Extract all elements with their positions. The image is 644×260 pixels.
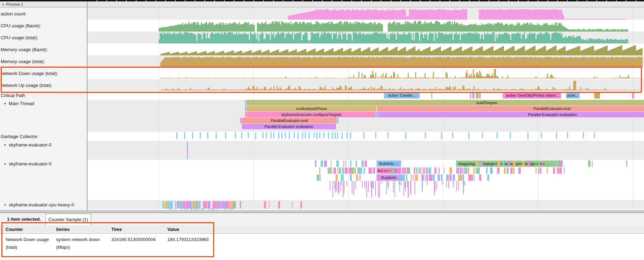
trace-sliver[interactable]: [233, 201, 236, 208]
gc-event-tick[interactable]: [200, 132, 201, 138]
trace-sliver[interactable]: [479, 175, 481, 181]
trace-sliver[interactable]: [556, 160, 558, 167]
trace-sliver[interactable]: [536, 167, 537, 174]
counter-histogram-mem-total[interactable]: [88, 56, 644, 67]
trace-sliver[interactable]: [438, 175, 440, 181]
sidebar-item-memory-usage-bazel[interactable]: Memory usage (Bazel):: [0, 43, 87, 55]
critical-path-slice[interactable]: action 'GenObjcProtos video/...: [504, 92, 561, 98]
trace-sliver[interactable]: [402, 167, 404, 174]
sidebar-item-garbage-collector[interactable]: Garbage Collector: [0, 132, 87, 141]
trace-sliver[interactable]: [592, 160, 593, 167]
trace-sliver[interactable]: [404, 167, 406, 174]
trace-sliver[interactable]: [504, 167, 506, 174]
counter-histogram-net-up[interactable]: [88, 80, 644, 90]
gc-event-tick[interactable]: [192, 132, 193, 139]
gc-event-tick[interactable]: [342, 132, 343, 139]
critical-path-slice[interactable]: actio...: [566, 92, 580, 98]
gc-event-tick[interactable]: [332, 132, 333, 139]
timeline-canvas[interactable]: action 'Creatin...action 'GenObjcProtos …: [88, 7, 644, 210]
trace-sliver[interactable]: [197, 201, 198, 208]
trace-sliver[interactable]: [428, 167, 431, 174]
trace-sliver[interactable]: [364, 167, 365, 174]
critical-path-sliver[interactable]: [503, 92, 504, 98]
trace-sliver[interactable]: [545, 160, 547, 167]
trace-sliver[interactable]: [557, 167, 559, 174]
trace-sliver[interactable]: [588, 160, 590, 167]
trace-sliver[interactable]: [468, 167, 469, 174]
gc-event-tick[interactable]: [346, 132, 348, 138]
evaluator-slice[interactable]: BuildInfo ...: [377, 160, 401, 167]
trace-sliver[interactable]: [540, 167, 541, 174]
gc-event-tick[interactable]: [350, 132, 351, 139]
trace-sliver[interactable]: [191, 201, 192, 208]
gc-event-tick[interactable]: [328, 132, 329, 139]
trace-sliver[interactable]: [359, 175, 360, 181]
gc-event-tick[interactable]: [285, 132, 286, 138]
gc-event-tick[interactable]: [294, 132, 295, 138]
gc-event-tick[interactable]: [452, 132, 453, 138]
trace-sliver[interactable]: [206, 201, 207, 208]
sidebar-item-skyframe-evaluator-cpu-heavy-0[interactable]: ▾skyframe-evaluator-cpu-heavy-0: [0, 200, 87, 209]
trace-sliver[interactable]: [497, 160, 500, 167]
trace-sliver[interactable]: [510, 167, 512, 174]
gc-event-tick[interactable]: [248, 132, 249, 138]
trace-sliver[interactable]: [462, 175, 464, 181]
sidebar-item-action-count[interactable]: action count:: [0, 8, 87, 20]
gc-event-tick[interactable]: [319, 132, 320, 138]
gc-event-tick[interactable]: [510, 132, 511, 139]
gc-event-tick[interactable]: [266, 132, 267, 138]
trace-sliver[interactable]: [495, 160, 495, 167]
trace-sliver[interactable]: [419, 167, 421, 174]
trace-sliver[interactable]: [478, 167, 480, 174]
expand-triangle-icon[interactable]: ▾: [4, 203, 6, 207]
trace-sliver[interactable]: [345, 160, 346, 167]
sidebar-item-cpu-usage-bazel[interactable]: CPU usage (Bazel):: [0, 20, 87, 32]
trace-sliver[interactable]: [518, 167, 521, 174]
trace-sliver[interactable]: [513, 167, 514, 174]
gc-event-tick[interactable]: [567, 132, 568, 138]
trace-sliver[interactable]: [449, 175, 451, 181]
sidebar-item-network-down-usage-total[interactable]: Network Down usage (total):: [0, 67, 87, 79]
trace-sliver[interactable]: [542, 160, 543, 167]
trace-sliver[interactable]: [528, 160, 530, 167]
trace-sliver[interactable]: [170, 201, 173, 208]
trace-sliver[interactable]: [331, 160, 331, 167]
trace-sliver[interactable]: [219, 201, 221, 208]
trace-sliver[interactable]: [449, 167, 452, 174]
trace-sliver[interactable]: [416, 167, 417, 174]
track-row-background[interactable]: [88, 141, 644, 160]
counter-histogram-net-down[interactable]: [88, 68, 644, 78]
panel-splitter-handle[interactable]: [0, 210, 644, 213]
trace-sliver[interactable]: [319, 167, 320, 174]
trace-sliver[interactable]: [453, 175, 455, 181]
trace-sliver[interactable]: [203, 201, 206, 208]
trace-sliver[interactable]: [337, 167, 338, 174]
critical-path-sliver[interactable]: [470, 92, 471, 98]
trace-sliver[interactable]: [164, 201, 165, 208]
gc-event-tick[interactable]: [468, 132, 469, 139]
trace-sliver[interactable]: [362, 160, 364, 167]
main-thread-slice[interactable]: buildTargets: [246, 100, 644, 105]
trace-sliver[interactable]: [264, 201, 266, 208]
trace-sliver[interactable]: [513, 160, 516, 167]
trace-sliver[interactable]: [522, 160, 525, 167]
trace-sliver[interactable]: [433, 175, 435, 181]
trace-sliver[interactable]: [240, 201, 241, 208]
trace-sliver[interactable]: [350, 175, 352, 181]
trace-sliver[interactable]: [473, 167, 475, 174]
tab-counter-sample[interactable]: Counter Sample (1): [46, 214, 91, 225]
trace-sliver[interactable]: [481, 160, 483, 167]
expand-triangle-icon[interactable]: ▾: [4, 162, 6, 166]
trace-sliver[interactable]: [350, 160, 351, 167]
trace-sliver[interactable]: [474, 175, 475, 181]
trace-sliver[interactable]: [389, 167, 390, 174]
expand-triangle-icon[interactable]: ▾: [4, 143, 6, 147]
trace-sliver[interactable]: [538, 160, 540, 167]
gc-event-tick[interactable]: [305, 132, 306, 138]
gc-event-tick[interactable]: [225, 132, 226, 138]
critical-path-sliver[interactable]: [594, 92, 600, 98]
critical-path-sliver[interactable]: [472, 92, 475, 98]
trace-sliver[interactable]: [188, 201, 191, 208]
gc-event-tick[interactable]: [309, 132, 310, 139]
expand-triangle-icon[interactable]: ▾: [4, 102, 6, 105]
